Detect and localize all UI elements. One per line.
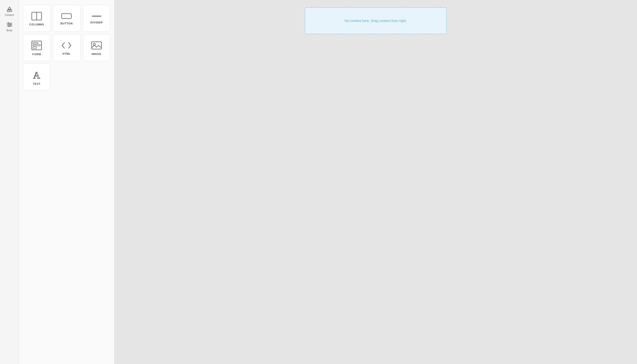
canvas-area: No content here. Drag content from right…: [114, 0, 637, 364]
svg-rect-15: [33, 45, 40, 46]
widget-card-divider[interactable]: DIVIDER: [83, 5, 110, 32]
divider-label: DIVIDER: [91, 21, 103, 24]
svg-point-7: [10, 24, 11, 26]
text-label: TEXT: [33, 82, 41, 85]
widget-card-form[interactable]: FORM: [23, 34, 50, 61]
svg-point-18: [93, 43, 95, 45]
widget-card-text[interactable]: A TEXT: [23, 64, 50, 90]
svg-text:A: A: [33, 70, 40, 80]
form-icon: [31, 40, 42, 50]
sidebar-item-body-label: Body: [7, 29, 13, 32]
text-icon: A: [32, 70, 41, 80]
image-icon: [91, 41, 102, 50]
widget-card-button[interactable]: BUTTON: [53, 5, 80, 32]
svg-rect-14: [33, 42, 38, 44]
button-label: BUTTON: [60, 22, 73, 25]
image-label: IMAGE: [92, 52, 102, 56]
widget-grid: COLUMNS BUTTON DIVIDER FORM: [23, 5, 110, 90]
content-panel: COLUMNS BUTTON DIVIDER FORM: [19, 0, 114, 364]
content-icon: [6, 6, 13, 13]
html-label: HTML: [63, 52, 71, 55]
sidebar-item-content-label: Content: [5, 14, 14, 16]
drop-zone[interactable]: No content here. Drag content from right…: [305, 7, 447, 34]
svg-point-6: [8, 23, 9, 24]
html-icon: [61, 41, 72, 50]
svg-rect-11: [62, 14, 71, 18]
svg-rect-16: [33, 47, 37, 48]
svg-rect-1: [7, 10, 9, 12]
sidebar-item-content[interactable]: Content: [2, 4, 17, 18]
widget-card-html[interactable]: HTML: [53, 34, 80, 61]
body-icon: [6, 21, 13, 28]
svg-point-2: [10, 10, 12, 12]
widget-card-image[interactable]: IMAGE: [83, 34, 110, 61]
columns-icon: [31, 12, 42, 20]
columns-label: COLUMNS: [29, 23, 44, 26]
drop-zone-text: No content here. Drag content from right…: [345, 19, 407, 23]
form-label: FORM: [32, 53, 41, 56]
svg-marker-0: [8, 7, 11, 9]
widget-card-columns[interactable]: COLUMNS: [23, 5, 50, 32]
icon-sidebar: Content Body: [0, 0, 19, 364]
divider-icon: [91, 14, 102, 18]
svg-point-8: [8, 26, 10, 27]
sidebar-item-body[interactable]: Body: [2, 19, 17, 34]
button-icon: [61, 13, 72, 20]
svg-rect-17: [92, 42, 102, 49]
